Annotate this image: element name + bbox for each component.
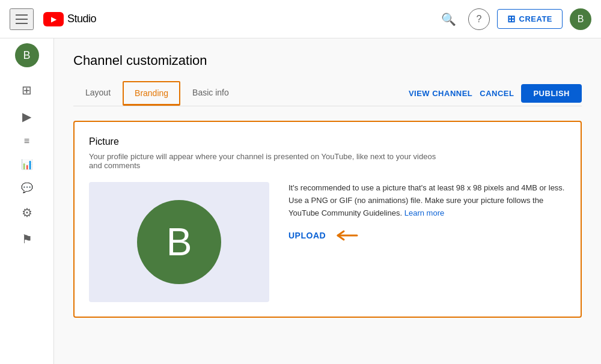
header-right: 🔍 ? ⊞ CREATE B [436, 7, 591, 31]
picture-section-title: Picture [89, 136, 566, 147]
sidebar-item-feedback[interactable]: ⚑ [0, 226, 53, 252]
picture-recommendation-text: It's recommended to use a picture that's… [288, 182, 566, 219]
tab-basic-info[interactable]: Basic info [180, 80, 241, 106]
sidebar-item-analytics[interactable]: 📊 [0, 153, 53, 176]
hamburger-button[interactable] [10, 8, 34, 30]
header: Studio 🔍 ? ⊞ CREATE B [0, 0, 601, 38]
tabs-actions: VIEW CHANNEL CANCEL PUBLISH [409, 84, 582, 103]
page-container: B ⊞ ▶ ≡ 📊 💬 ⚙ ⚑ Channel customization [0, 38, 601, 364]
picture-info: It's recommended to use a picture that's… [288, 182, 566, 242]
sidebar-item-content[interactable]: ▶ [0, 103, 53, 130]
create-icon: ⊞ [507, 13, 516, 25]
logo[interactable]: Studio [43, 12, 96, 26]
header-left: Studio [10, 8, 96, 30]
main-content: Channel customization Layout Branding Ba… [54, 38, 601, 364]
picture-section: Picture Your profile picture will appear… [73, 121, 582, 318]
settings-icon: ⚙ [22, 205, 32, 220]
studio-text: Studio [67, 13, 96, 25]
sidebar-item-comments[interactable]: 💬 [0, 176, 53, 199]
sidebar: B ⊞ ▶ ≡ 📊 💬 ⚙ ⚑ [0, 38, 54, 364]
help-button[interactable]: ? [468, 8, 490, 30]
search-button[interactable]: 🔍 [436, 7, 461, 31]
tabs-left: Layout Branding Basic info [73, 80, 409, 106]
view-channel-button[interactable]: VIEW CHANNEL [409, 89, 472, 98]
analytics-icon: 📊 [21, 159, 33, 170]
subtitles-icon: ≡ [24, 136, 29, 147]
content-icon: ▶ [22, 109, 31, 124]
profile-avatar-circle: B [137, 200, 221, 284]
create-button[interactable]: ⊞ CREATE [497, 9, 563, 29]
comments-icon: 💬 [21, 182, 33, 193]
tabs-row: Layout Branding Basic info VIEW CHANNEL … [73, 80, 582, 106]
help-icon: ? [477, 14, 482, 25]
learn-more-link[interactable]: Learn more [404, 208, 444, 217]
arrow-icon [335, 229, 359, 242]
sidebar-avatar[interactable]: B [15, 43, 39, 67]
cancel-button[interactable]: CANCEL [480, 89, 514, 98]
user-avatar-button[interactable]: B [570, 8, 591, 30]
search-icon: 🔍 [441, 13, 456, 26]
picture-content: B It's recommended to use a picture that… [89, 182, 566, 302]
sidebar-item-dashboard[interactable]: ⊞ [0, 77, 53, 103]
dashboard-icon: ⊞ [22, 83, 32, 97]
page-title: Channel customization [73, 53, 582, 68]
youtube-icon [43, 12, 64, 26]
tab-layout[interactable]: Layout [73, 80, 123, 106]
feedback-icon: ⚑ [22, 232, 32, 246]
upload-button[interactable]: UPLOAD [288, 231, 326, 240]
picture-preview-area: B [89, 182, 269, 302]
publish-button[interactable]: PUBLISH [521, 84, 582, 103]
sidebar-item-subtitles[interactable]: ≡ [0, 130, 53, 153]
sidebar-item-settings[interactable]: ⚙ [0, 199, 53, 226]
tab-branding[interactable]: Branding [123, 81, 180, 106]
upload-row: UPLOAD [288, 229, 566, 242]
picture-section-description: Your profile picture will appear where y… [89, 152, 450, 170]
